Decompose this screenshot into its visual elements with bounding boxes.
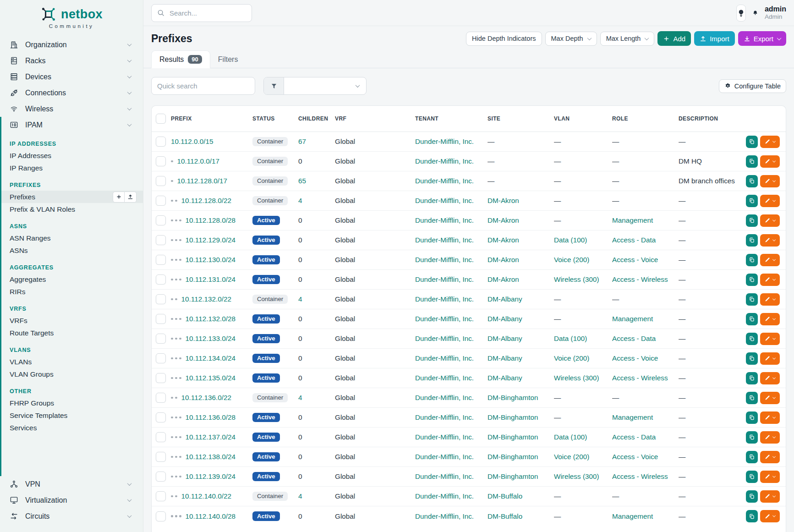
edit-button[interactable] [760,293,780,306]
site-link[interactable]: DM-Akron [487,275,519,284]
site-link[interactable]: DM-Buffalo [487,512,522,521]
prefix-link[interactable]: 10.112.137.0/24 [186,433,235,441]
sidebar-item-ip-addresses[interactable]: IP Addresses [1,149,143,162]
prefix-link[interactable]: 10.112.132.0/28 [186,315,235,323]
prefix-link[interactable]: 10.112.0.0/17 [177,157,219,165]
prefix-link[interactable]: 10.112.136.0/22 [181,394,231,402]
sidebar-item-virtualization[interactable]: Virtualization [0,492,143,508]
column-header-children[interactable]: CHILDREN [298,115,335,122]
row-checkbox[interactable] [156,137,166,147]
row-checkbox[interactable] [156,432,166,442]
column-header-site[interactable]: SITE [487,115,554,122]
import-button[interactable]: Import [694,31,735,46]
children-count-link[interactable]: 65 [298,177,306,185]
prefix-link[interactable]: 10.112.135.0/24 [186,374,235,382]
clone-button[interactable] [746,333,758,345]
edit-button[interactable] [760,352,780,365]
edit-button[interactable] [760,155,780,168]
tenant-link[interactable]: Dunder-Mifflin, Inc. [415,216,474,225]
prefix-link[interactable]: 10.112.140.0/28 [186,512,235,521]
tenant-link[interactable]: Dunder-Mifflin, Inc. [415,177,474,185]
edit-button[interactable] [760,274,780,286]
sidebar-item-vlans[interactable]: VLANs [1,356,143,368]
global-search-input[interactable] [151,4,252,22]
tenant-link[interactable]: Dunder-Mifflin, Inc. [415,354,474,362]
sidebar-item-vlan-groups[interactable]: VLAN Groups [1,368,143,380]
quick-search-input[interactable] [151,77,255,95]
role-link[interactable]: Access - Data [612,236,656,244]
row-checkbox[interactable] [156,156,166,166]
site-link[interactable]: DM-Albany [487,354,522,362]
edit-button[interactable] [760,136,780,148]
clone-button[interactable] [746,155,758,168]
children-count-link[interactable]: 67 [298,137,306,146]
clone-button[interactable] [746,490,758,503]
tenant-link[interactable]: Dunder-Mifflin, Inc. [415,512,474,521]
tenant-link[interactable]: Dunder-Mifflin, Inc. [415,335,474,343]
clone-button[interactable] [746,313,758,325]
site-link[interactable]: DM-Buffalo [487,492,522,500]
theme-toggle-button[interactable] [736,5,746,22]
column-header-role[interactable]: ROLE [612,115,679,122]
column-header-description[interactable]: DESCRIPTION [679,115,746,122]
prefix-link[interactable]: 10.112.134.0/24 [186,354,235,362]
sidebar-item-aggregates[interactable]: Aggregates [1,273,143,285]
children-count-link[interactable]: 4 [298,295,302,303]
children-count-link[interactable]: 4 [298,492,302,500]
edit-button[interactable] [760,431,780,444]
export-dropdown-button[interactable]: Export [738,31,786,46]
sidebar-item-fhrp-groups[interactable]: FHRP Groups [1,397,143,409]
tenant-link[interactable]: Dunder-Mifflin, Inc. [415,453,474,461]
sidebar-item-wireless[interactable]: Wireless [0,101,143,117]
edit-button[interactable] [760,451,780,463]
tenant-link[interactable]: Dunder-Mifflin, Inc. [415,394,474,402]
row-checkbox[interactable] [156,511,166,521]
edit-button[interactable] [760,214,780,227]
role-link[interactable]: Access - Voice [612,354,658,362]
row-checkbox[interactable] [156,176,166,186]
prefix-link[interactable]: 10.112.128.0/17 [177,177,227,185]
sidebar-item-connections[interactable]: Connections [0,85,143,101]
sidebar-item-service-templates[interactable]: Service Templates [1,409,143,422]
clone-button[interactable] [746,136,758,148]
row-checkbox[interactable] [156,255,166,265]
role-link[interactable]: Access - Data [612,335,656,343]
edit-button[interactable] [760,313,780,325]
tenant-link[interactable]: Dunder-Mifflin, Inc. [415,197,474,205]
clone-button[interactable] [746,411,758,424]
role-link[interactable]: Access - Wireless [612,472,668,481]
clone-button[interactable] [746,293,758,306]
edit-button[interactable] [760,254,780,266]
tenant-link[interactable]: Dunder-Mifflin, Inc. [415,137,474,146]
max-depth-dropdown[interactable]: Max Depth [545,32,597,46]
edit-button[interactable] [760,333,780,345]
children-count-link[interactable]: 4 [298,197,302,205]
sidebar-item-racks[interactable]: Racks [0,53,143,69]
role-link[interactable]: Access - Voice [612,453,658,461]
site-link[interactable]: DM-Akron [487,256,519,264]
row-checkbox[interactable] [156,491,166,501]
sidebar-item-circuits[interactable]: Circuits [0,508,143,524]
site-link[interactable]: DM-Albany [487,315,522,323]
prefix-link[interactable]: 10.112.130.0/24 [186,256,235,264]
vlan-link[interactable]: Data (100) [554,433,587,441]
site-link[interactable]: DM-Albany [487,374,522,382]
vlan-link[interactable]: Voice (200) [554,354,589,362]
tenant-link[interactable]: Dunder-Mifflin, Inc. [415,256,474,264]
role-link[interactable]: Access - Wireless [612,374,668,382]
row-checkbox[interactable] [156,393,166,403]
sidebar-item-vrfs[interactable]: VRFs [1,314,143,327]
row-checkbox[interactable] [156,353,166,363]
quick-add-button[interactable] [113,192,125,203]
tenant-link[interactable]: Dunder-Mifflin, Inc. [415,315,474,323]
row-checkbox[interactable] [156,196,166,206]
clone-button[interactable] [746,274,758,286]
prefix-link[interactable]: 10.112.0.0/15 [171,137,213,146]
prefix-link[interactable]: 10.112.136.0/28 [186,413,235,422]
edit-button[interactable] [760,411,780,424]
prefix-link[interactable]: 10.112.133.0/24 [186,335,235,343]
site-link[interactable]: DM-Albany [487,335,522,343]
clone-button[interactable] [746,431,758,444]
edit-button[interactable] [760,372,780,384]
role-link[interactable]: Management [612,216,653,225]
